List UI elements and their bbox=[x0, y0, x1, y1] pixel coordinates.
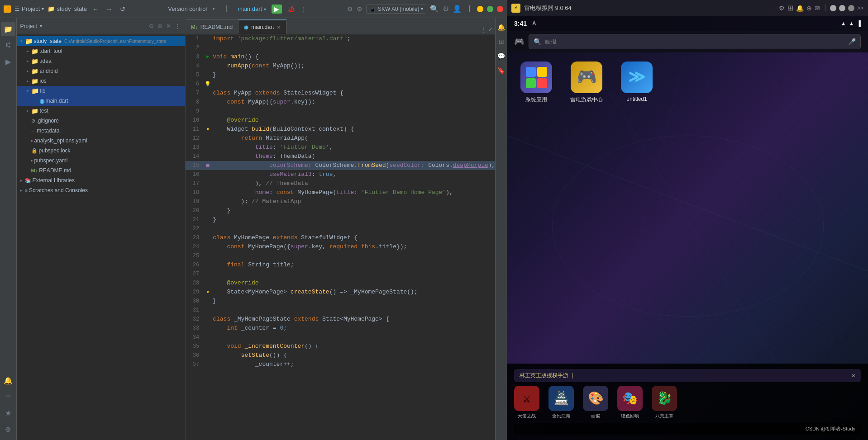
nav-refresh-button[interactable]: ↺ bbox=[118, 4, 128, 14]
sidebar-git-button[interactable]: ⑂ bbox=[1, 389, 15, 404]
game-item-4[interactable]: 🐉 八荒主掌 bbox=[652, 386, 677, 419]
run-button[interactable]: ▶ bbox=[272, 5, 282, 14]
emulator-minimize-button[interactable] bbox=[830, 5, 836, 11]
editor-more-button[interactable]: ⋮ bbox=[479, 25, 488, 34]
tree-item-test[interactable]: ▸ 📁 test bbox=[17, 106, 186, 116]
account-button[interactable]: 👤 bbox=[453, 5, 462, 13]
project-tree-header: Project ▾ ⊙ ⊕ ✕ ⋮ bbox=[17, 18, 186, 34]
tree-header-icons: ⊙ ⊕ ✕ ⋮ bbox=[148, 22, 181, 30]
emulator-translate-button[interactable]: ⊕ bbox=[806, 5, 812, 12]
hamburger-icon[interactable]: ☰ bbox=[14, 5, 20, 12]
emulator-notifications-button[interactable]: 🔔 bbox=[796, 5, 804, 12]
sidebar-icons: 📁 ⑆ ▶ 🔔 ⑂ ★ ⊕ bbox=[0, 18, 17, 440]
tree-item-analysis_options[interactable]: ▪ analysis_options.yaml bbox=[17, 136, 186, 146]
emulator-extra-button[interactable]: >> bbox=[857, 5, 863, 11]
search-button[interactable]: 🔍 bbox=[430, 5, 439, 13]
battery-icon: ▐ bbox=[857, 20, 861, 27]
tree-item-gitignore[interactable]: ⊘ .gitignore bbox=[17, 116, 186, 126]
tree-item-scratches[interactable]: ▸ ≡ Scratches and Consoles bbox=[17, 185, 186, 195]
dart-tab-icon: ◉ bbox=[244, 24, 248, 30]
tab-main-dart[interactable]: ◉ main.dart ✕ bbox=[238, 19, 286, 34]
tree-locate-button[interactable]: ⊙ bbox=[148, 22, 155, 30]
game-item-1[interactable]: 🏯 全民江湖 bbox=[548, 386, 574, 419]
md-icon: M↓ bbox=[31, 168, 38, 173]
git-icon: ⊘ bbox=[31, 118, 35, 124]
app-item-system[interactable]: 系统应用 bbox=[520, 62, 552, 104]
tab-close-button[interactable]: ✕ bbox=[277, 24, 281, 30]
sidebar-bookmark-button[interactable]: ⊕ bbox=[1, 422, 15, 436]
code-line-27: 27 bbox=[186, 270, 495, 279]
profile-icon[interactable]: ⚙ bbox=[347, 5, 353, 13]
game-icon-2: 🎨 bbox=[583, 386, 608, 411]
app-item-flutter[interactable]: ≫ untitled1 bbox=[621, 62, 653, 104]
tree-item-lib[interactable]: ▾ 📁 lib bbox=[17, 86, 186, 96]
emulator-expand-button[interactable]: ⊞ bbox=[787, 4, 793, 12]
emulator-email-button[interactable]: ✉ bbox=[815, 5, 820, 12]
code-line-22: 22 bbox=[186, 224, 495, 233]
code-line-26: 26 final String title; bbox=[186, 260, 495, 270]
tree-item-study_state[interactable]: ▾ 📁 study_state C:\Android\StudioProject… bbox=[17, 36, 186, 46]
app-label-game-center: 雷电游戏中心 bbox=[570, 96, 603, 104]
code-line-9: 9 bbox=[186, 107, 495, 116]
notification-bell-button[interactable]: 🔔 bbox=[496, 22, 507, 33]
sidebar-run-button[interactable]: ▶ bbox=[1, 54, 15, 69]
tree-item-readme[interactable]: M↓ README.md bbox=[17, 166, 186, 175]
tree-item-dart_tool[interactable]: ▸ 📁 .dart_tool bbox=[17, 46, 186, 56]
code-line-21: 21 } bbox=[186, 215, 495, 224]
code-line-37: 37 _counter++; bbox=[186, 360, 495, 369]
debug-icon[interactable]: 🐞 bbox=[287, 5, 295, 13]
emulator-maximize-button[interactable] bbox=[839, 5, 845, 11]
scratches-icon: ≡ bbox=[25, 188, 28, 193]
settings-button[interactable]: ⚙ bbox=[443, 5, 449, 13]
code-line-11: 11 ● Widget build(BuildContext context) … bbox=[186, 125, 495, 134]
bookmark-button[interactable]: 🔖 bbox=[496, 65, 507, 76]
vc-chevron: ▾ bbox=[212, 6, 215, 12]
tree-item-metadata[interactable]: ≡ .metadata bbox=[17, 126, 186, 136]
sidebar-notifications-button[interactable]: 🔔 bbox=[1, 373, 15, 388]
tree-arrow: ▸ bbox=[25, 69, 31, 73]
tree-item-idea[interactable]: ▸ 📁 .idea bbox=[17, 56, 186, 66]
code-line-31: 31 bbox=[186, 306, 495, 315]
tree-collapse-button[interactable]: ⊕ bbox=[157, 22, 163, 30]
emulator-settings-button[interactable]: ⚙ bbox=[779, 5, 785, 12]
search-input-box[interactable]: 🔍 画报 🎤 bbox=[529, 34, 861, 49]
tree-item-android[interactable]: ▸ 📁 android bbox=[17, 66, 186, 76]
tree-item-pubspec_yaml[interactable]: ▪ pubspec.yaml bbox=[17, 156, 186, 166]
ai-button[interactable]: ⊞ bbox=[496, 36, 507, 47]
code-line-1: 1 import 'package:flutter/material.dart'… bbox=[186, 34, 495, 43]
tree-item-main_dart[interactable]: ◉ main.dart bbox=[17, 96, 186, 106]
maximize-button[interactable] bbox=[487, 6, 493, 12]
code-line-20: 20 } bbox=[186, 206, 495, 215]
ai-chat-button[interactable]: 💬 bbox=[496, 51, 507, 62]
sidebar-commit-button[interactable]: ⑆ bbox=[1, 38, 15, 52]
folder-icon: 📁 bbox=[25, 38, 33, 45]
tree-more-button[interactable]: ⋮ bbox=[174, 22, 181, 30]
game-item-0[interactable]: ⚔ 天使之战 bbox=[514, 386, 539, 419]
game-label-0: 天使之战 bbox=[518, 413, 536, 419]
game-item-3[interactable]: 🎭 绝色回响 bbox=[617, 386, 643, 419]
code-editor[interactable]: 1 import 'package:flutter/material.dart'… bbox=[186, 34, 495, 440]
emulator-close-button[interactable] bbox=[848, 5, 854, 11]
emulator-searchbar: 🎮 🔍 画报 🎤 bbox=[507, 31, 868, 52]
minimize-button[interactable] bbox=[477, 6, 483, 12]
app-item-game-center[interactable]: 🎮 雷电游戏中心 bbox=[570, 62, 603, 104]
sidebar-project-button[interactable]: 📁 bbox=[1, 22, 15, 36]
tree-item-ios[interactable]: ▸ 📁 ios bbox=[17, 76, 186, 86]
sidebar-settings-button[interactable]: ★ bbox=[1, 406, 15, 420]
close-button[interactable] bbox=[497, 6, 503, 12]
breakpoint-icon[interactable] bbox=[206, 164, 210, 167]
active-file-tab: main.dart ▾ bbox=[238, 5, 266, 12]
tree-item-pubspec_lock[interactable]: 🔒 pubspec.lock bbox=[17, 146, 186, 156]
nav-forward-button[interactable]: → bbox=[104, 4, 114, 14]
more-options-button[interactable]: ⋮ bbox=[300, 5, 307, 13]
nav-back-button[interactable]: ← bbox=[91, 4, 100, 14]
game-icon-img-4: 🐉 bbox=[657, 391, 672, 406]
run-gutter-icon[interactable]: ▶ bbox=[206, 52, 209, 62]
device-selector[interactable]: 📱 SKW A0 (mobile) ▾ bbox=[366, 5, 426, 14]
promo-close-button[interactable]: ✕ bbox=[852, 372, 855, 379]
tree-item-external-libraries[interactable]: ▸ 📚 External Libraries bbox=[17, 175, 186, 185]
translate-icon[interactable]: ⚙ bbox=[357, 5, 362, 13]
game-item-2[interactable]: 🎨 画骗 bbox=[583, 386, 608, 419]
tab-readme[interactable]: M↓ README.md bbox=[186, 19, 238, 34]
tree-close-button[interactable]: ✕ bbox=[165, 22, 172, 30]
